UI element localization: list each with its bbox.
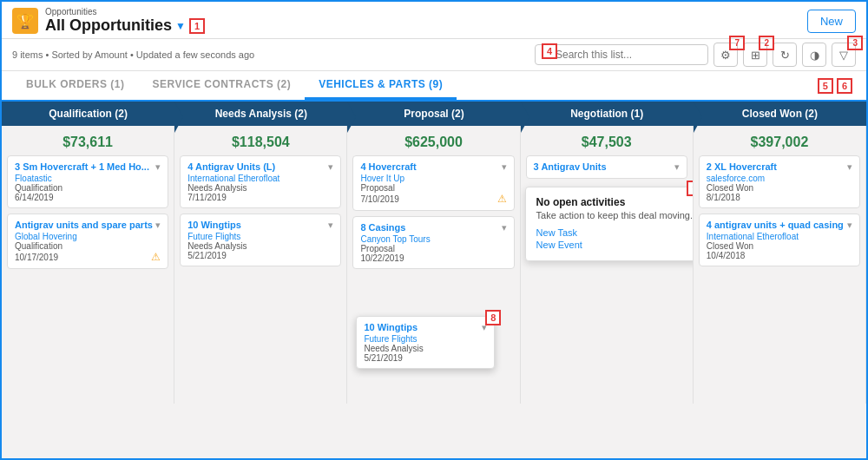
table-row[interactable]: 4 Hovercraft ▾ Hover It Up Proposal 7/10… [352, 155, 514, 211]
popover-subtitle: Take action to keep this deal moving. [536, 210, 694, 220]
tab-vehicles-parts[interactable]: VEHICLES & PARTS (9) [305, 71, 457, 100]
card-title: 4 antigrav units + quad casing [707, 220, 844, 230]
card-date: 10/17/2019 [15, 253, 58, 262]
card-date: 5/21/2019 [187, 251, 333, 260]
refresh-icon-btn[interactable]: ↻ [773, 43, 797, 67]
annotation-7: 7 [729, 36, 745, 50]
toolbar-right: ⚙ 7 ⊞ 2 ↻ ◑ ▽ 3 4 [535, 43, 856, 67]
card-title: 8 Casings [360, 222, 405, 233]
kanban-col-qualification: $73,611 3 Sm Hovercraft + 1 Med Ho... ▾ … [2, 126, 174, 404]
tab-service-contracts[interactable]: SERVICE CONTRACTS (2) [139, 71, 306, 100]
card-stage: Needs Analysis [187, 241, 333, 251]
card-company: International Etherofloat [187, 174, 333, 183]
card-company: Canyon Top Tours [360, 234, 506, 244]
card-menu-btn[interactable]: ▾ [502, 222, 507, 233]
card-menu-btn[interactable]: ▾ [328, 220, 333, 231]
annotation-9: 9 [687, 181, 693, 196]
card-stage: Needs Analysis [187, 183, 333, 193]
kanban-header-closed-won: Closed Won (2) [694, 102, 866, 126]
floating-card-company: Future Flights [364, 334, 487, 344]
search-box[interactable] [535, 44, 708, 65]
new-task-link[interactable]: New Task [536, 227, 694, 238]
card-title: 10 Wingtips [187, 220, 241, 230]
card-date: 8/1/2018 [707, 193, 852, 202]
kanban-header-negotiation: Negotiation (1) [521, 102, 694, 126]
kanban-col-negotiation: $47,503 3 Antigrav Units ▾ No open activ… [521, 126, 694, 404]
new-button[interactable]: New [807, 10, 856, 33]
needs-analysis-amount: $118,504 [180, 131, 341, 155]
kanban-col-proposal: $625,000 4 Hovercraft ▾ Hover It Up Prop… [347, 126, 520, 404]
table-row[interactable]: 3 Antigrav Units ▾ [526, 155, 687, 179]
card-title: 4 Antigrav Units (L) [187, 161, 275, 172]
closed-won-amount: $397,002 [699, 131, 860, 155]
toolbar-row: 9 items • Sorted by Amount • Updated a f… [2, 39, 866, 71]
card-date: 7/11/2019 [187, 193, 333, 202]
annotation-8: 8 [485, 310, 501, 325]
card-stage: Qualification [15, 241, 161, 251]
card-company: Future Flights [187, 232, 333, 241]
floating-card-title: 10 Wingtips [364, 322, 418, 332]
kanban-col-needs-analysis: $118,504 4 Antigrav Units (L) ▾ Internat… [174, 126, 347, 404]
table-row[interactable]: 8 Casings ▾ Canyon Top Tours Proposal 10… [352, 216, 514, 269]
search-input[interactable] [556, 49, 700, 61]
card-menu-btn[interactable]: ▾ [155, 161, 161, 173]
kanban-wrapper: Qualification (2) Needs Analysis (2) Pro… [2, 102, 866, 404]
warning-icon: ⚠ [151, 251, 161, 263]
proposal-amount: $625,000 [352, 131, 514, 155]
card-company: Floatastic [15, 174, 161, 183]
negotiation-amount: $47,503 [526, 131, 687, 155]
chart-icon-btn[interactable]: ◑ [802, 43, 826, 67]
title-dropdown-arrow[interactable]: ▼ [175, 20, 186, 32]
header-left: 🏆 Opportunities All Opportunities ▼ 1 [12, 7, 205, 35]
qualification-amount: $73,611 [7, 131, 168, 155]
card-date: 10/4/2018 [707, 251, 852, 260]
card-menu-btn[interactable]: ▾ [847, 220, 852, 231]
annotation-5: 5 [818, 78, 833, 94]
card-menu-btn[interactable]: ▾ [328, 161, 333, 173]
card-menu-btn[interactable]: ▾ [155, 220, 161, 231]
table-row[interactable]: 10 Wingtips ▾ Future Flights Needs Analy… [180, 214, 341, 266]
card-date: 7/10/2019 [360, 194, 399, 204]
popover-title: No open activities [536, 196, 694, 208]
card-stage: Qualification [15, 183, 161, 193]
card-title: Antigrav units and spare parts [15, 220, 153, 230]
table-row[interactable]: 3 Sm Hovercraft + 1 Med Ho... ▾ Floatast… [7, 155, 168, 208]
annotation-6: 6 [837, 78, 852, 94]
floating-card[interactable]: 10 Wingtips ▾ Future Flights Needs Analy… [356, 316, 495, 369]
kanban-header-qualification: Qualification (2) [2, 102, 174, 126]
tab-bulk-orders[interactable]: BULK ORDERS (1) [12, 71, 139, 100]
new-event-link[interactable]: New Event [536, 240, 694, 250]
card-stage: Closed Won [707, 183, 852, 193]
kanban-col-closed-won: $397,002 2 XL Hovercraft ▾ salesforce.co… [694, 126, 866, 404]
kanban-header-needs-analysis: Needs Analysis (2) [174, 102, 347, 126]
table-row[interactable]: 4 antigrav units + quad casing ▾ Interna… [699, 214, 860, 266]
card-menu-btn[interactable]: ▾ [502, 161, 507, 173]
tabs-row: BULK ORDERS (1) SERVICE CONTRACTS (2) VE… [2, 71, 866, 102]
card-title: 3 Sm Hovercraft + 1 Med Ho... [15, 161, 149, 172]
annotation-4-overlay: 4 [542, 43, 557, 59]
kanban-header-proposal: Proposal (2) [347, 102, 520, 126]
card-stage: Closed Won [707, 241, 852, 251]
header-title-block: Opportunities All Opportunities ▼ 1 [45, 7, 205, 35]
card-menu-btn[interactable]: ▾ [847, 161, 852, 173]
header-subtitle: Opportunities [45, 7, 205, 16]
table-row[interactable]: 2 XL Hovercraft ▾ salesforce.com Closed … [699, 155, 860, 208]
card-date: 6/14/2019 [15, 193, 161, 202]
app-header: 🏆 Opportunities All Opportunities ▼ 1 Ne… [2, 2, 866, 39]
no-open-activities-popover: No open activities Take action to keep t… [525, 187, 694, 261]
card-title: 3 Antigrav Units [534, 161, 607, 172]
table-row[interactable]: 4 Antigrav Units (L) ▾ International Eth… [180, 155, 341, 208]
kanban-header: Qualification (2) Needs Analysis (2) Pro… [2, 102, 866, 126]
card-company: salesforce.com [707, 174, 852, 183]
card-title: 4 Hovercraft [360, 161, 416, 172]
warning-icon: ⚠ [497, 193, 507, 205]
card-stage: Proposal [360, 183, 506, 193]
card-menu-btn[interactable]: ▾ [674, 161, 680, 173]
table-row[interactable]: Antigrav units and spare parts ▾ Global … [7, 214, 168, 269]
card-title: 2 XL Hovercraft [707, 161, 777, 172]
card-company: Hover It Up [360, 174, 506, 183]
toolbar-info: 9 items • Sorted by Amount • Updated a f… [12, 49, 254, 60]
card-stage: Proposal [360, 244, 506, 253]
floating-card-date: 5/21/2019 [364, 353, 487, 363]
card-date: 10/22/2019 [360, 253, 506, 263]
